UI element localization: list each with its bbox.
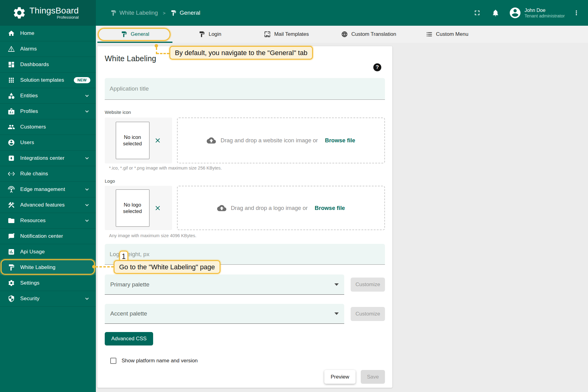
application-title-field[interactable]: Application title <box>105 78 385 100</box>
kebab-menu-icon[interactable] <box>573 9 580 17</box>
api-usage-icon <box>8 248 15 256</box>
integrations-icon <box>8 155 15 162</box>
chevron-down-icon <box>84 155 90 162</box>
save-button[interactable]: Save <box>361 370 385 384</box>
entities-icon <box>8 92 15 99</box>
tab-mail-templates[interactable]: Mail Templates <box>247 26 326 43</box>
accent-palette-select[interactable]: Accent palette <box>105 304 344 324</box>
app-logo[interactable]: ThingsBoard Professional <box>0 0 96 26</box>
sidebar-item-alarms[interactable]: Alarms <box>0 41 96 57</box>
sidebar-item-dashboards[interactable]: Dashboards <box>0 57 96 73</box>
clear-icon[interactable] <box>154 137 161 144</box>
page-title: White Labeling <box>105 54 385 63</box>
sidebar-item-rule-chains[interactable]: Rule chains <box>0 166 96 182</box>
dropdown-arrow-icon <box>334 312 339 315</box>
logo-height-placeholder: Logo height, px <box>110 251 149 258</box>
advanced-css-button[interactable]: Advanced CSS <box>105 332 153 345</box>
sidebar-item-home[interactable]: Home <box>0 26 96 41</box>
accent-palette-row: Accent palette Customize <box>105 304 385 324</box>
notifications-bell-icon[interactable] <box>492 9 499 17</box>
sidebar-item-profiles[interactable]: Profiles <box>0 104 96 119</box>
primary-palette-row: Primary palette Customize <box>105 274 385 295</box>
sidebar-item-integrations-center[interactable]: Integrations center <box>0 151 96 166</box>
customers-icon <box>8 123 15 131</box>
shield-icon <box>8 295 15 302</box>
tab-login[interactable]: Login <box>172 26 247 43</box>
drop-hint-text: Drag and drop a logo image or <box>231 205 308 211</box>
user-meta[interactable]: John Doe Tenant administrator <box>525 7 565 19</box>
sidebar-item-resources[interactable]: Resources <box>0 213 96 229</box>
no-icon-placeholder: No icon selected <box>116 122 149 159</box>
home-icon <box>8 30 15 37</box>
tab-custom-menu[interactable]: Custom Menu <box>412 26 482 43</box>
sidebar-item-notification-center[interactable]: Notification center <box>0 229 96 244</box>
tab-bar: General Login Mail Templates Custom Tran… <box>96 26 588 43</box>
sidebar-item-advanced-features[interactable]: Advanced features <box>0 197 96 213</box>
clear-icon[interactable] <box>154 204 161 212</box>
solution-templates-icon <box>8 77 15 84</box>
rule-chains-icon <box>8 170 15 177</box>
primary-palette-select[interactable]: Primary palette <box>105 274 344 295</box>
dashboards-icon <box>8 61 15 68</box>
tab-general[interactable]: General <box>97 26 172 43</box>
browse-file-link[interactable]: Browse file <box>315 205 345 211</box>
website-icon-drop-zone[interactable]: Drag and drop a website icon image or Br… <box>177 118 385 163</box>
white-labeling-paint-icon <box>198 31 205 38</box>
advanced-features-icon <box>8 201 15 209</box>
customize-accent-button[interactable]: Customize <box>351 307 385 321</box>
top-toolbar: White Labeling > General John Doe Tenant… <box>96 0 588 26</box>
logo-upload-row: No logo selected Drag and drop a logo im… <box>105 186 385 230</box>
toolbar-actions: John Doe Tenant administrator <box>473 6 580 19</box>
cloud-upload-icon <box>207 136 216 145</box>
sidebar-item-settings[interactable]: Settings <box>0 275 96 291</box>
new-badge: NEW <box>74 77 90 83</box>
website-icon-preview: No icon selected <box>105 118 172 163</box>
sidebar: ThingsBoard Professional Home Alarms Das… <box>0 0 96 392</box>
drop-hint-text: Drag and drop a website icon image or <box>221 137 318 144</box>
profiles-icon <box>8 108 15 115</box>
form-actions: Preview Save <box>105 370 385 384</box>
sidebar-item-edge-management[interactable]: Edge management <box>0 182 96 197</box>
no-logo-placeholder: No logo selected <box>116 189 149 227</box>
users-icon <box>8 139 15 146</box>
customize-primary-button[interactable]: Customize <box>351 278 385 292</box>
logo-hint: Any image with maximum size 4096 KBytes. <box>105 233 385 238</box>
chevron-down-icon <box>84 202 90 208</box>
logo-height-field[interactable]: Logo height, px <box>105 244 385 265</box>
fullscreen-icon[interactable] <box>473 9 481 17</box>
globe-icon <box>341 31 348 38</box>
dropdown-arrow-icon <box>334 283 339 286</box>
white-labeling-paint-icon <box>8 264 15 271</box>
main-content: White Labeling ? Application title Websi… <box>96 43 588 392</box>
gear-icon <box>8 279 15 287</box>
application-title-placeholder: Application title <box>110 85 149 92</box>
sidebar-item-api-usage[interactable]: Api Usage <box>0 244 96 260</box>
help-icon[interactable]: ? <box>373 63 381 71</box>
logo-drop-zone[interactable]: Drag and drop a logo image or Browse fil… <box>177 186 385 230</box>
sidebar-item-solution-templates[interactable]: Solution templates NEW <box>0 73 96 88</box>
avatar[interactable] <box>509 6 522 19</box>
show-platform-checkbox[interactable] <box>110 358 116 364</box>
website-icon-label: Website icon <box>105 110 385 115</box>
browse-file-link[interactable]: Browse file <box>325 137 355 144</box>
preview-button[interactable]: Preview <box>324 370 356 384</box>
tab-custom-translation[interactable]: Custom Translation <box>326 26 412 43</box>
show-platform-label: Show platform name and version <box>122 358 198 364</box>
sidebar-item-users[interactable]: Users <box>0 135 96 151</box>
user-name: John Doe <box>525 7 565 13</box>
logo-label: Logo <box>105 178 385 184</box>
sidebar-item-security[interactable]: Security <box>0 291 96 307</box>
white-labeling-paint-icon <box>170 10 177 16</box>
breadcrumb-separator: > <box>163 10 166 16</box>
folder-icon <box>8 217 15 224</box>
edge-antenna-icon <box>8 186 15 193</box>
sidebar-item-white-labeling[interactable]: White Labeling <box>0 260 96 275</box>
breadcrumb-general[interactable]: General <box>170 9 200 16</box>
chevron-down-icon <box>84 186 90 193</box>
sidebar-item-customers[interactable]: Customers <box>0 119 96 135</box>
mail-templates-icon <box>264 31 271 38</box>
brand-edition: Professional <box>57 15 79 20</box>
breadcrumb-white-labeling[interactable]: White Labeling <box>110 9 158 16</box>
chevron-down-icon <box>84 108 90 115</box>
sidebar-item-entities[interactable]: Entities <box>0 88 96 104</box>
